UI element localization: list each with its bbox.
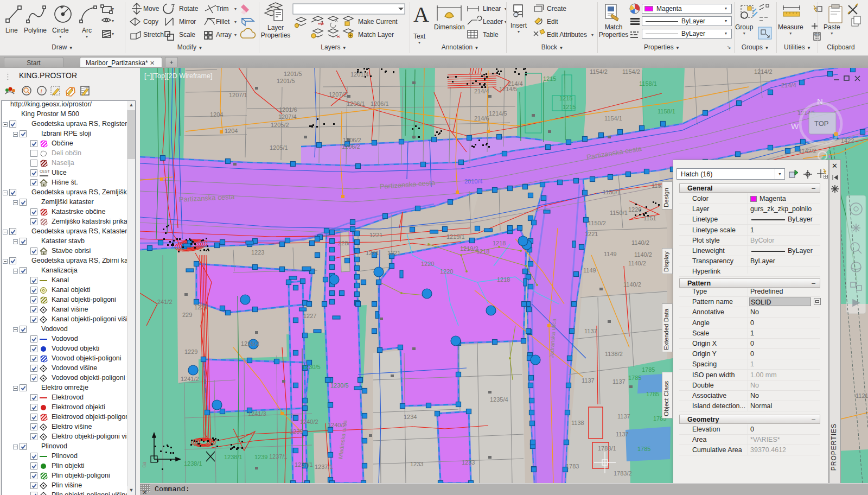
svg-text:229: 229	[182, 312, 192, 318]
svg-text:1238/1: 1238/1	[224, 454, 242, 460]
svg-text:1204: 1204	[225, 128, 238, 134]
svg-text:1204: 1204	[210, 111, 223, 118]
svg-text:1221: 1221	[585, 231, 598, 237]
svg-text:1206/1: 1206/1	[347, 100, 365, 107]
svg-text:i: i	[41, 87, 42, 95]
svg-text:1215: 1215	[563, 104, 576, 110]
svg-text:1218: 1218	[497, 276, 510, 283]
svg-text:1234: 1234	[404, 414, 417, 420]
svg-text:1220: 1220	[628, 206, 641, 213]
svg-text:1221: 1221	[366, 250, 379, 256]
svg-text:1785: 1785	[642, 366, 655, 373]
svg-text:1201/4: 1201/4	[350, 71, 369, 78]
svg-text:1224: 1224	[194, 304, 207, 310]
svg-text:1137: 1137	[617, 413, 630, 420]
svg-text:1237/1: 1237/1	[269, 453, 288, 460]
svg-text:1207/2: 1207/2	[329, 91, 347, 98]
svg-text:1214/5: 1214/5	[499, 86, 518, 92]
svg-text:228/: 228/	[338, 240, 350, 246]
svg-text:1149: 1149	[604, 251, 617, 257]
svg-text:1783/1: 1783/1	[598, 445, 616, 452]
svg-text:1241/2: 1241/2	[181, 376, 199, 382]
svg-text:1138/2: 1138/2	[605, 351, 623, 357]
svg-text:1214/2: 1214/2	[754, 68, 773, 75]
svg-text:1158/1: 1158/1	[639, 80, 657, 87]
svg-text:1783: 1783	[566, 463, 579, 469]
svg-text:214/4: 214/4	[781, 82, 796, 88]
svg-text:1137: 1137	[584, 328, 597, 334]
svg-text:1227: 1227	[303, 313, 316, 319]
svg-text:1201/5: 1201/5	[277, 78, 295, 84]
svg-text:1154/1: 1154/1	[604, 115, 622, 122]
svg-text:[−][Top][2D Wireframe]: [−][Top][2D Wireframe]	[144, 72, 212, 80]
svg-text:1151: 1151	[643, 215, 656, 221]
svg-text:1207/4: 1207/4	[278, 113, 297, 120]
svg-text:TOP: TOP	[814, 119, 829, 128]
svg-text:1785: 1785	[646, 391, 659, 397]
svg-text:1142/2: 1142/2	[799, 148, 816, 154]
svg-text:1220: 1220	[421, 261, 434, 267]
svg-text:1215: 1215	[559, 95, 572, 101]
svg-text:1140/2: 1140/2	[634, 251, 652, 258]
svg-text:1214/5: 1214/5	[489, 110, 507, 117]
svg-text:1237/1: 1237/1	[315, 464, 333, 470]
svg-text:1218: 1218	[493, 240, 506, 246]
svg-text:1137: 1137	[582, 377, 595, 384]
svg-text:1207/1: 1207/1	[229, 92, 247, 98]
svg-text:1137: 1137	[612, 378, 626, 385]
svg-text:1219/2: 1219/2	[460, 245, 478, 252]
svg-text:1238/1: 1238/1	[184, 460, 202, 467]
svg-text:1150/1: 1150/1	[603, 189, 621, 195]
svg-text:1154/2: 1154/2	[590, 68, 608, 75]
svg-text:1783/2: 1783/2	[614, 470, 632, 477]
svg-text:214/4: 214/4	[474, 88, 489, 94]
svg-text:1239: 1239	[254, 454, 267, 460]
svg-text:241/2: 241/2	[157, 299, 173, 305]
svg-text:1140/2: 1140/2	[631, 239, 649, 246]
svg-text:A: A	[413, 2, 429, 27]
svg-text:1150/2: 1150/2	[588, 220, 606, 226]
svg-text:1219/1: 1219/1	[446, 233, 465, 240]
svg-text:1137: 1137	[616, 431, 629, 437]
svg-text:x: x	[828, 154, 831, 159]
svg-text:1239: 1239	[290, 428, 303, 435]
svg-text:1158/1: 1158/1	[658, 108, 675, 115]
svg-text:1140/2: 1140/2	[623, 281, 641, 288]
svg-text:2010/4: 2010/4	[464, 178, 483, 185]
svg-text:1150/1: 1150/1	[610, 210, 628, 216]
svg-text:1201/5: 1201/5	[284, 71, 302, 77]
svg-text:1221: 1221	[369, 232, 382, 238]
svg-text:214/6: 214/6	[474, 115, 489, 122]
svg-text:1205/1: 1205/1	[270, 144, 288, 151]
svg-text:ca: ca	[140, 461, 147, 468]
svg-text:1785: 1785	[628, 375, 641, 381]
svg-text:1149: 1149	[583, 267, 596, 274]
svg-text:1223: 1223	[251, 249, 264, 256]
svg-text:1206/2: 1206/2	[343, 137, 361, 143]
svg-text:N: N	[817, 97, 823, 106]
svg-text:1230/5: 1230/5	[302, 364, 321, 370]
svg-text:1237/1: 1237/1	[295, 461, 313, 468]
svg-text:1201/6: 1201/6	[279, 106, 297, 113]
svg-text:W: W	[791, 122, 799, 131]
svg-text:1241/3: 1241/3	[248, 410, 266, 417]
svg-text:1206/2: 1206/2	[342, 143, 360, 150]
svg-text:1205/2: 1205/2	[271, 122, 289, 128]
svg-text:1206/1: 1206/1	[371, 100, 389, 107]
svg-text:1233: 1233	[462, 459, 475, 466]
svg-text:1233: 1233	[410, 461, 423, 467]
svg-text:1215: 1215	[543, 75, 556, 82]
svg-text:1220: 1220	[440, 268, 453, 275]
svg-text:1235/4: 1235/4	[490, 396, 508, 403]
svg-text:1154/2: 1154/2	[622, 68, 640, 75]
svg-text:1121: 1121	[856, 392, 868, 399]
svg-text:1785: 1785	[637, 446, 650, 452]
svg-text:1221: 1221	[387, 250, 400, 256]
svg-text:1138: 1138	[571, 420, 584, 426]
svg-text:1229: 1229	[184, 348, 197, 355]
svg-text:1422: 1422	[841, 137, 854, 144]
svg-text:1218: 1218	[476, 248, 489, 255]
svg-text:1140/2: 1140/2	[628, 260, 646, 266]
svg-text:1230/5: 1230/5	[330, 382, 349, 389]
svg-text:1226/2: 1226/2	[241, 340, 259, 347]
